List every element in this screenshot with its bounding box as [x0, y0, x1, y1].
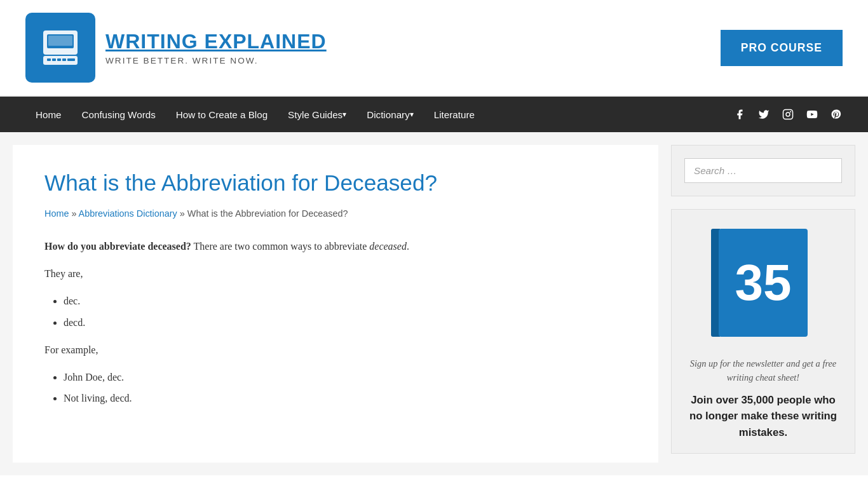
nav-dictionary[interactable]: Dictionary: [356, 97, 424, 132]
svg-rect-5: [52, 58, 56, 61]
svg-point-10: [786, 112, 790, 116]
abbreviation-2: decd.: [64, 314, 627, 331]
nav-home[interactable]: Home: [25, 97, 72, 132]
nav-links: Home Confusing Words How to Create a Blo…: [25, 97, 485, 132]
svg-rect-6: [57, 58, 61, 61]
intro-paragraph: How do you abbreviate deceased? There ar…: [44, 238, 627, 255]
examples-list: John Doe, dec. Not living, decd.: [64, 369, 627, 407]
svg-rect-8: [67, 58, 75, 61]
breadcrumb-home[interactable]: Home: [44, 208, 69, 219]
nav-how-to-create-blog[interactable]: How to Create a Blog: [166, 97, 278, 132]
promo-tagline: Sign up for the newsletter and get a fre…: [684, 357, 842, 384]
abbreviations-list: dec. decd.: [64, 292, 627, 330]
breadcrumb-category[interactable]: Abbreviations Dictionary: [79, 208, 177, 219]
nav-confusing-words[interactable]: Confusing Words: [72, 97, 166, 132]
content-area: What is the Abbreviation for Deceased? H…: [13, 145, 658, 463]
search-input[interactable]: [684, 158, 842, 183]
promo-headline: Join over 35,000 people who no longer ma…: [684, 392, 842, 440]
sidebar: 35 Sign up for the newsletter and get a …: [671, 132, 868, 475]
svg-rect-9: [783, 110, 793, 119]
typewriter-icon: [38, 25, 83, 70]
example-2: Not living, decd.: [64, 390, 627, 407]
book-number: 35: [735, 257, 792, 308]
breadcrumb-separator-2: »: [180, 208, 187, 219]
breadcrumb-current: What is the Abbreviation for Deceased?: [187, 208, 348, 219]
intro-bold: How do you abbreviate deceased?: [44, 241, 191, 252]
intro-word: deceased: [369, 241, 407, 252]
svg-rect-2: [48, 36, 72, 46]
svg-rect-7: [62, 58, 66, 61]
main-navbar: Home Confusing Words How to Create a Blo…: [0, 97, 868, 132]
facebook-icon[interactable]: [733, 108, 746, 121]
pinterest-icon[interactable]: [830, 108, 843, 121]
example-1: John Doe, dec.: [64, 369, 627, 386]
page-title: What is the Abbreviation for Deceased?: [44, 170, 627, 196]
sidebar-promo: 35 Sign up for the newsletter and get a …: [671, 209, 855, 454]
book-visual-wrapper: 35: [719, 229, 808, 347]
site-logo[interactable]: WRITING EXPLAINED WRITE BETTER. WRITE NO…: [25, 13, 327, 83]
site-header: WRITING EXPLAINED WRITE BETTER. WRITE NO…: [0, 0, 868, 97]
twitter-icon[interactable]: [757, 108, 770, 121]
site-subtitle: WRITE BETTER. WRITE NOW.: [105, 56, 327, 65]
svg-point-11: [790, 112, 791, 112]
main-wrapper: What is the Abbreviation for Deceased? H…: [0, 132, 868, 475]
pro-course-button[interactable]: PRO COURSE: [721, 30, 843, 66]
intro-end: .: [407, 241, 409, 252]
they-are: They are,: [44, 265, 627, 282]
site-title: WRITING EXPLAINED: [105, 30, 327, 53]
youtube-icon[interactable]: [806, 108, 818, 121]
nav-style-guides[interactable]: Style Guides: [278, 97, 356, 132]
breadcrumb-separator-1: »: [71, 208, 78, 219]
search-box: [671, 145, 855, 196]
instagram-icon[interactable]: [782, 108, 794, 121]
book-image: 35: [719, 229, 808, 337]
intro-text: There are two common ways to abbreviate: [191, 241, 370, 252]
for-example: For example,: [44, 341, 627, 358]
nav-literature[interactable]: Literature: [424, 97, 485, 132]
logo-icon: [25, 13, 95, 83]
svg-rect-4: [47, 58, 51, 61]
article-body: How do you abbreviate deceased? There ar…: [44, 238, 627, 407]
social-links: [733, 108, 843, 121]
abbreviation-1: dec.: [64, 292, 627, 309]
breadcrumb: Home » Abbreviations Dictionary » What i…: [44, 208, 627, 219]
